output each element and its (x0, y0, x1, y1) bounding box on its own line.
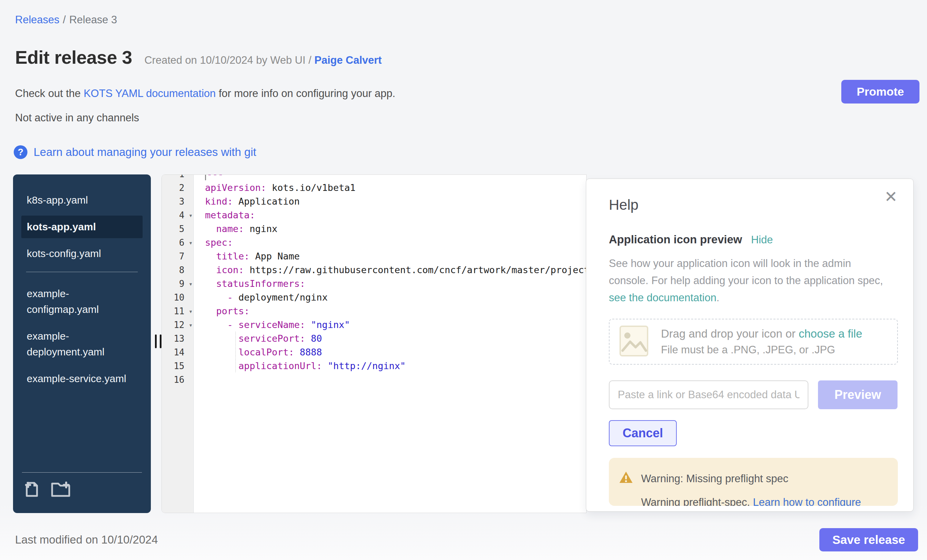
image-placeholder-icon (619, 325, 649, 358)
dropzone-note: File must be a .PNG, .JPEG, or .JPG (661, 344, 862, 356)
page-title: Edit release 3 (15, 47, 132, 68)
line-number: 7 (162, 249, 193, 263)
breadcrumb-current: Release 3 (69, 14, 117, 26)
file-item[interactable]: example-configmap.yaml (21, 282, 143, 321)
fold-caret-icon[interactable]: ▾ (189, 277, 193, 291)
fold-caret-icon[interactable]: ▾ (189, 304, 193, 318)
author-link[interactable]: Paige Calvert (315, 54, 381, 66)
line-number: 14 (162, 346, 193, 359)
code-line[interactable]: 15 applicationUrl: "http://nginx" (162, 359, 586, 373)
file-item[interactable]: example-deployment.yaml (21, 325, 143, 363)
code-line[interactable]: 6▾spec: (162, 236, 586, 249)
code-text: apiVersion: kots.io/v1beta1 (193, 181, 586, 195)
code-line[interactable]: 10 - deployment/nginx (162, 291, 586, 304)
channel-status: Not active in any channels (15, 112, 139, 124)
code-lines: 1---2apiVersion: kots.io/v1beta13kind: A… (162, 175, 586, 387)
warning-body-text: Warning preflight-spec. (641, 496, 753, 506)
edit-release-page: Releases/Release 3 Edit release 3 Create… (0, 0, 927, 560)
dropzone-text: Drag and drop your icon or choose a file (661, 327, 862, 340)
code-line[interactable]: 14 localPort: 8888 (162, 346, 586, 359)
code-line[interactable]: 9▾ statusInformers: (162, 277, 586, 291)
file-list: k8s-app.yamlkots-app.yamlkots-config.yam… (13, 175, 151, 390)
see-documentation-link[interactable]: see the documentation (609, 291, 716, 304)
warning-configure-link[interactable]: Learn how to configure (753, 496, 861, 506)
created-meta: Created on 10/10/2024 by Web UI / Paige … (144, 54, 381, 67)
code-line[interactable]: 7 title: App Name (162, 249, 586, 263)
created-meta-text: Created on 10/10/2024 by Web UI / (144, 54, 311, 66)
help-description-text: See how your application icon will look … (609, 257, 883, 287)
line-number: 12▾ (162, 318, 193, 332)
warning-body: Warning preflight-spec. Learn how to con… (641, 496, 887, 506)
code-text: servicePort: 80 (193, 332, 586, 346)
breadcrumb: Releases/Release 3 (15, 14, 117, 26)
code-text: name: nginx (193, 222, 586, 236)
help-description: See how your application icon will look … (609, 255, 894, 307)
code-text: localPort: 8888 (193, 346, 586, 359)
new-file-icon[interactable] (22, 480, 40, 498)
kots-docs-link[interactable]: KOTS YAML documentation (84, 87, 216, 99)
code-line[interactable]: 3kind: Application (162, 195, 586, 208)
line-number: 6▾ (162, 236, 193, 249)
file-item[interactable]: kots-app.yaml (21, 216, 143, 238)
save-release-button[interactable]: Save release (819, 528, 918, 551)
indent-guide (235, 332, 236, 372)
yaml-editor[interactable]: 1---2apiVersion: kots.io/v1beta13kind: A… (161, 175, 587, 513)
line-number: 2 (162, 181, 193, 195)
icon-url-input[interactable] (609, 380, 808, 409)
icon-dropzone[interactable]: Drag and drop your icon or choose a file… (609, 319, 898, 365)
code-line[interactable]: 5 name: nginx (162, 222, 586, 236)
code-line[interactable]: 8 icon: https://raw.githubusercontent.co… (162, 263, 586, 277)
new-folder-icon[interactable] (50, 480, 71, 498)
code-text: applicationUrl: "http://nginx" (193, 359, 586, 373)
code-line[interactable]: 13 servicePort: 80 (162, 332, 586, 346)
file-list-divider (26, 272, 138, 272)
line-number: 1 (162, 175, 193, 181)
git-help-row: ? Learn about managing your releases wit… (14, 145, 256, 159)
docs-prefix: Check out the (15, 87, 84, 99)
cancel-button[interactable]: Cancel (609, 420, 677, 446)
resize-handle-left[interactable] (155, 334, 161, 348)
line-number: 4▾ (162, 208, 193, 222)
code-line[interactable]: 2apiVersion: kots.io/v1beta1 (162, 181, 586, 195)
line-number: 5 (162, 222, 193, 236)
breadcrumb-releases-link[interactable]: Releases (15, 14, 59, 26)
line-number: 9▾ (162, 277, 193, 291)
promote-button[interactable]: Promote (841, 80, 919, 103)
code-text: spec: (193, 236, 586, 249)
question-circle-icon: ? (14, 145, 27, 159)
help-description-period: . (716, 291, 720, 304)
hide-link[interactable]: Hide (751, 234, 773, 246)
text-cursor (205, 175, 206, 180)
code-text: icon: https://raw.githubusercontent.com/… (193, 263, 586, 277)
code-line[interactable]: 4▾metadata: (162, 208, 586, 222)
line-number: 13 (162, 332, 193, 346)
icon-preview-title: Application icon preview (609, 233, 742, 246)
fold-caret-icon[interactable]: ▾ (189, 318, 193, 332)
docs-suffix: for more info on configuring your app. (216, 87, 395, 99)
line-number: 11▾ (162, 304, 193, 318)
code-text: - deployment/nginx (193, 291, 586, 304)
file-tree-sidebar: k8s-app.yamlkots-app.yamlkots-config.yam… (13, 175, 151, 513)
line-number: 16 (162, 373, 193, 387)
last-modified: Last modified on 10/10/2024 (15, 533, 158, 546)
code-line[interactable]: 16 (162, 373, 586, 387)
choose-file-link[interactable]: choose a file (799, 327, 862, 340)
fold-caret-icon[interactable]: ▾ (189, 208, 193, 222)
file-item[interactable]: k8s-app.yaml (21, 189, 143, 211)
help-title: Help (609, 197, 898, 213)
sidebar-footer (22, 472, 142, 498)
line-number: 10 (162, 291, 193, 304)
code-line[interactable]: 11▾ ports: (162, 304, 586, 318)
code-line[interactable]: 1--- (162, 175, 586, 181)
line-number: 3 (162, 195, 193, 208)
preview-button[interactable]: Preview (818, 380, 898, 409)
help-panel: ✕ Help Application icon preview Hide See… (586, 179, 913, 512)
file-item[interactable]: example-service.yaml (21, 367, 143, 390)
code-line[interactable]: 12▾ - serviceName: "nginx" (162, 318, 586, 332)
dropzone-prefix: Drag and drop your icon or (661, 327, 799, 340)
code-text: ports: (193, 304, 586, 318)
git-releases-link[interactable]: Learn about managing your releases with … (33, 146, 256, 159)
file-item[interactable]: kots-config.yaml (21, 242, 143, 265)
breadcrumb-separator: / (63, 14, 66, 26)
fold-caret-icon[interactable]: ▾ (189, 236, 193, 249)
